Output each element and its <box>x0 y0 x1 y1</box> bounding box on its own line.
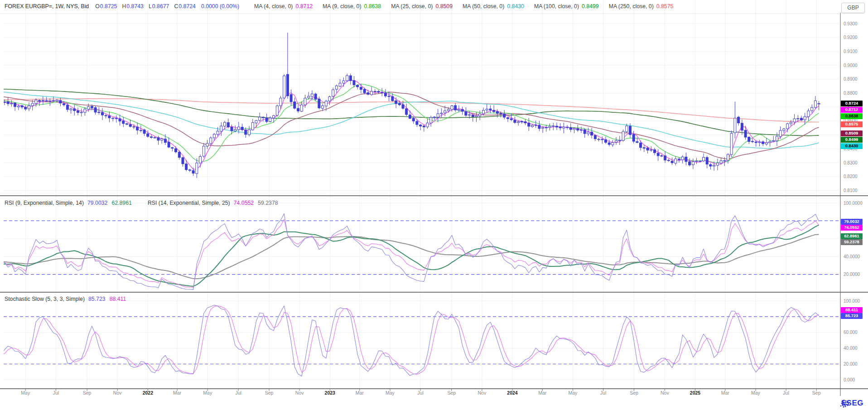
rsi-axis-label: 20.0000 <box>844 272 860 277</box>
x-axis-month-label: May <box>203 390 212 396</box>
x-axis-month-label: Sep <box>83 390 92 396</box>
x-axis-month-label: May <box>21 390 30 396</box>
x-axis-month-label: May <box>569 390 578 396</box>
ohlc-token: C0.8724 <box>174 3 196 10</box>
x-axis-year-label: 2023 <box>325 390 335 396</box>
x-axis-month-label: Sep <box>447 390 456 396</box>
ohlc-token: L0.8677 <box>149 3 169 10</box>
value-badge-ma25: 0.8509 <box>841 130 863 136</box>
stochastic-legend-value: 88.411 <box>110 296 126 302</box>
ma-legend-items: MA (4, close, 0)0.8712MA (9, close, 0)0.… <box>244 3 673 10</box>
stochastic-legend: Stochastic Slow (5, 3, 3, Simple)85.7238… <box>5 296 130 302</box>
rsi-legend-value: 62.8961 <box>111 200 131 206</box>
x-axis-month-label: Sep <box>812 390 821 396</box>
x-axis-month-label: Jul <box>783 390 789 396</box>
legend-ma-item[interactable]: MA (25, close, 0)0.8509 <box>391 3 453 10</box>
price-axis-label: 0.9000 <box>844 63 858 68</box>
value-badge-ma4: 0.8712 <box>841 107 863 113</box>
x-axis-month-label: Mar <box>173 390 181 396</box>
stochastic-axis-label: 40.000 <box>844 346 858 351</box>
value-badge-ma9: 0.8638 <box>841 113 863 119</box>
stochastic-axis-label: 60.000 <box>844 330 858 335</box>
rsi9-line <box>0 214 819 290</box>
value-badge-ma100: 0.8499 <box>841 137 863 143</box>
rsi-legend-value: 59.2378 <box>258 200 278 206</box>
currency-axis-badge[interactable]: GBP <box>841 3 865 13</box>
price-axis-label: 0.9200 <box>844 35 858 40</box>
ohlc-token: 0.0000 (0.00%) <box>201 3 239 10</box>
legend-ma-item[interactable]: MA (250, close, 0)0.8575 <box>609 3 674 10</box>
value-badge-rsi2: 88.411 <box>841 307 863 313</box>
price-axis-label: 0.9100 <box>844 49 858 54</box>
lseg-logo: LSEG <box>839 399 863 408</box>
price-axis-label: 0.8300 <box>844 160 858 165</box>
x-axis-month-label: Nov <box>295 390 304 396</box>
value-badge-rsi1: 85.723 <box>841 313 863 319</box>
price-axis-label: 0.8200 <box>844 174 858 179</box>
value-badge-last: 0.8724 <box>841 101 863 106</box>
ohlc-token: H0.8743 <box>122 3 144 10</box>
rsi-legend-value: 74.0552 <box>234 200 254 206</box>
main-chart-legend: FOREX EURGBP=, 1W, NYS, Bid O0.8725H0.87… <box>5 3 673 10</box>
ma-100-line <box>0 89 819 135</box>
ohlc-token: O0.8725 <box>95 3 117 10</box>
x-axis-month-label: Mar <box>721 390 729 396</box>
value-badge-rsi1: 79.0032 <box>841 219 863 225</box>
stochastic-axis-label: 0.000 <box>844 377 855 382</box>
x-axis-year-label: 2025 <box>690 390 700 396</box>
rsi-legend-value: 79.0032 <box>87 200 107 206</box>
x-axis-month-label: Jul <box>600 390 606 396</box>
instrument-title[interactable]: FOREX EURGBP=, 1W, NYS, Bid <box>5 3 89 10</box>
legend-ma-item[interactable]: MA (50, close, 0)0.8430 <box>463 3 524 10</box>
value-badge-rsi2: 74.0552 <box>841 225 863 231</box>
legend-ma-item[interactable]: MA (9, close, 0)0.8638 <box>323 3 381 10</box>
stochastic-legend-item[interactable]: Stochastic Slow (5, 3, 3, Simple)85.7238… <box>5 296 130 302</box>
lseg-crest-icon <box>839 399 851 409</box>
value-badge-ma250: 0.8575 <box>841 121 863 127</box>
price-axis-label: 0.9300 <box>844 21 858 26</box>
rsi-axis-label: 40.0000 <box>844 254 860 259</box>
x-axis-year-label: 2024 <box>507 390 517 396</box>
value-badge-rsi1ma: 62.8961 <box>841 233 863 239</box>
chart-workspace: FOREX EURGBP=, 1W, NYS, Bid O0.8725H0.87… <box>0 0 868 410</box>
x-axis-month-label: May <box>751 390 760 396</box>
ohlc-values: O0.8725H0.8743L0.8677C0.87240.0000 (0.00… <box>95 3 244 10</box>
x-axis-month-label: Jul <box>53 390 59 396</box>
rsi-legend: RSI (9, Exponential, Simple, 14)79.00326… <box>5 200 282 206</box>
x-axis-month-label: May <box>386 390 395 396</box>
rsi-axis-label: 100.0000 <box>844 201 863 206</box>
x-axis-month-label: Sep <box>630 390 638 396</box>
x-axis-month-label: Mar <box>538 390 546 396</box>
x-axis-year-label: 2022 <box>143 390 153 396</box>
x-axis-month-label: Nov <box>478 390 487 396</box>
x-axis-month-label: Sep <box>265 390 274 396</box>
x-axis-month-label: Jul <box>417 390 423 396</box>
legend-ma-item[interactable]: MA (4, close, 0)0.8712 <box>254 3 313 10</box>
x-axis-month-label: Jul <box>235 390 241 396</box>
price-axis-label: 0.8800 <box>844 91 858 96</box>
rsi-legend-item[interactable]: RSI (14, Exponential, Simple, 25)74.0552… <box>148 200 282 206</box>
price-axis-label: 0.8100 <box>844 188 858 193</box>
stochastic-legend-value: 85.723 <box>88 296 106 302</box>
stochastic-axis-label: 20.000 <box>844 362 858 367</box>
rsi-legend-item[interactable]: RSI (9, Exponential, Simple, 14)79.00326… <box>5 200 136 206</box>
stochastic-k-line <box>0 305 819 376</box>
value-badge-ma50: 0.8430 <box>841 143 863 149</box>
stochastic-axis-label: 100.000 <box>844 299 860 304</box>
x-axis-month-label: Nov <box>661 390 669 396</box>
x-axis-month-label: Nov <box>113 390 122 396</box>
x-axis-month-label: Mar <box>356 390 364 396</box>
price-axis-label: 0.8900 <box>844 77 858 82</box>
value-badge-rsi2ma: 59.2378 <box>841 239 863 245</box>
legend-ma-item[interactable]: MA (100, close, 0)0.8499 <box>534 3 599 10</box>
